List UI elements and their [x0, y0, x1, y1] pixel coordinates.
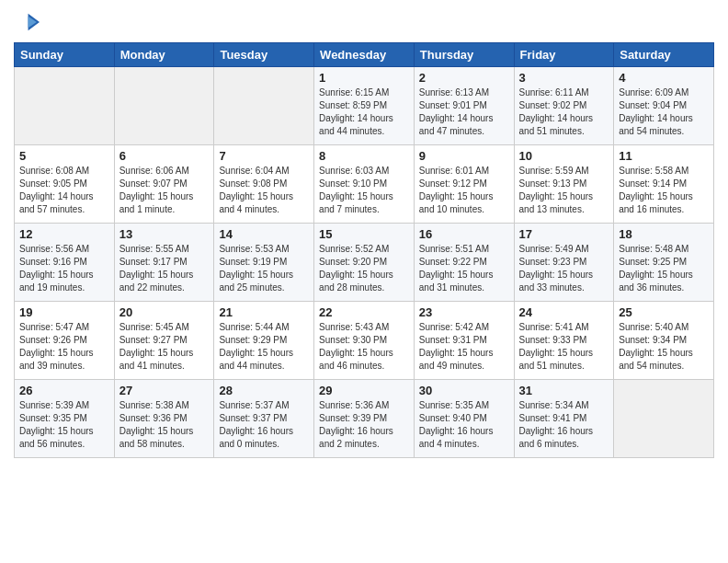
calendar-cell: 25Sunrise: 5:40 AM Sunset: 9:34 PM Dayli… — [614, 302, 714, 380]
calendar-week-1: 1Sunrise: 6:15 AM Sunset: 8:59 PM Daylig… — [15, 67, 714, 145]
calendar-cell: 20Sunrise: 5:45 AM Sunset: 9:27 PM Dayli… — [114, 302, 214, 380]
calendar-cell: 26Sunrise: 5:39 AM Sunset: 9:35 PM Dayli… — [15, 380, 115, 458]
calendar-cell: 19Sunrise: 5:47 AM Sunset: 9:26 PM Dayli… — [15, 302, 115, 380]
day-number: 25 — [619, 305, 709, 319]
cell-info: Sunrise: 5:52 AM Sunset: 9:20 PM Dayligh… — [319, 243, 409, 294]
cell-info: Sunrise: 6:06 AM Sunset: 9:07 PM Dayligh… — [119, 165, 210, 216]
weekday-header-monday: Monday — [114, 43, 214, 67]
day-number: 19 — [19, 305, 109, 319]
cell-info: Sunrise: 6:15 AM Sunset: 8:59 PM Dayligh… — [319, 86, 409, 138]
calendar-cell: 13Sunrise: 5:55 AM Sunset: 9:17 PM Dayli… — [114, 224, 214, 302]
day-number: 16 — [419, 227, 509, 241]
calendar-cell: 1Sunrise: 6:15 AM Sunset: 8:59 PM Daylig… — [314, 67, 415, 145]
day-number: 6 — [119, 149, 210, 163]
calendar-cell: 22Sunrise: 5:43 AM Sunset: 9:30 PM Dayli… — [314, 302, 415, 380]
cell-info: Sunrise: 5:45 AM Sunset: 9:27 PM Dayligh… — [119, 321, 210, 373]
weekday-header-saturday: Saturday — [614, 43, 714, 67]
calendar-cell: 9Sunrise: 6:01 AM Sunset: 9:12 PM Daylig… — [414, 145, 514, 224]
cell-info: Sunrise: 6:08 AM Sunset: 9:05 PM Dayligh… — [19, 165, 109, 216]
day-number: 1 — [319, 71, 409, 85]
calendar-cell: 8Sunrise: 6:03 AM Sunset: 9:10 PM Daylig… — [314, 145, 415, 224]
calendar-cell: 5Sunrise: 6:08 AM Sunset: 9:05 PM Daylig… — [15, 145, 115, 224]
cell-info: Sunrise: 5:36 AM Sunset: 9:39 PM Dayligh… — [319, 399, 409, 451]
calendar-cell: 7Sunrise: 6:04 AM Sunset: 9:08 PM Daylig… — [214, 145, 314, 224]
day-number: 8 — [319, 149, 409, 163]
day-number: 7 — [219, 149, 309, 163]
day-number: 28 — [219, 384, 309, 397]
weekday-header-sunday: Sunday — [15, 43, 115, 67]
cell-info: Sunrise: 5:53 AM Sunset: 9:19 PM Dayligh… — [219, 243, 309, 294]
cell-info: Sunrise: 6:09 AM Sunset: 9:04 PM Dayligh… — [619, 86, 709, 138]
cell-info: Sunrise: 5:35 AM Sunset: 9:40 PM Dayligh… — [419, 399, 509, 451]
cell-info: Sunrise: 5:42 AM Sunset: 9:31 PM Dayligh… — [419, 321, 509, 373]
calendar-cell: 30Sunrise: 5:35 AM Sunset: 9:40 PM Dayli… — [414, 380, 514, 458]
calendar-cell: 3Sunrise: 6:11 AM Sunset: 9:02 PM Daylig… — [514, 67, 614, 145]
weekday-header-wednesday: Wednesday — [314, 43, 415, 67]
calendar-week-5: 26Sunrise: 5:39 AM Sunset: 9:35 PM Dayli… — [15, 380, 714, 458]
day-number: 13 — [119, 227, 210, 241]
calendar-cell: 17Sunrise: 5:49 AM Sunset: 9:23 PM Dayli… — [514, 224, 614, 302]
calendar-cell: 2Sunrise: 6:13 AM Sunset: 9:01 PM Daylig… — [414, 67, 514, 145]
cell-info: Sunrise: 5:44 AM Sunset: 9:29 PM Dayligh… — [219, 321, 309, 373]
calendar-cell: 12Sunrise: 5:56 AM Sunset: 9:16 PM Dayli… — [15, 224, 115, 302]
cell-info: Sunrise: 5:40 AM Sunset: 9:34 PM Dayligh… — [619, 321, 709, 373]
calendar-week-3: 12Sunrise: 5:56 AM Sunset: 9:16 PM Dayli… — [15, 224, 714, 302]
day-number: 22 — [319, 305, 409, 319]
cell-info: Sunrise: 5:51 AM Sunset: 9:22 PM Dayligh… — [419, 243, 509, 294]
cell-info: Sunrise: 6:11 AM Sunset: 9:02 PM Dayligh… — [519, 86, 609, 138]
calendar-cell: 28Sunrise: 5:37 AM Sunset: 9:37 PM Dayli… — [214, 380, 314, 458]
generalblue-logo-icon — [14, 9, 40, 35]
calendar-cell: 18Sunrise: 5:48 AM Sunset: 9:25 PM Dayli… — [614, 224, 714, 302]
cell-info: Sunrise: 5:43 AM Sunset: 9:30 PM Dayligh… — [319, 321, 409, 373]
day-number: 30 — [419, 384, 509, 397]
day-number: 11 — [619, 149, 709, 163]
calendar-cell — [614, 380, 714, 458]
calendar-cell: 29Sunrise: 5:36 AM Sunset: 9:39 PM Dayli… — [314, 380, 415, 458]
cell-info: Sunrise: 5:38 AM Sunset: 9:36 PM Dayligh… — [119, 399, 210, 451]
cell-info: Sunrise: 5:59 AM Sunset: 9:13 PM Dayligh… — [519, 165, 609, 216]
cell-info: Sunrise: 5:49 AM Sunset: 9:23 PM Dayligh… — [519, 243, 609, 294]
calendar-week-2: 5Sunrise: 6:08 AM Sunset: 9:05 PM Daylig… — [15, 145, 714, 224]
calendar-cell: 15Sunrise: 5:52 AM Sunset: 9:20 PM Dayli… — [314, 224, 415, 302]
header-row: SundayMondayTuesdayWednesdayThursdayFrid… — [15, 43, 714, 67]
day-number: 9 — [419, 149, 509, 163]
cell-info: Sunrise: 5:58 AM Sunset: 9:14 PM Dayligh… — [619, 165, 709, 216]
cell-info: Sunrise: 5:47 AM Sunset: 9:26 PM Dayligh… — [19, 321, 109, 373]
cell-info: Sunrise: 5:34 AM Sunset: 9:41 PM Dayligh… — [519, 399, 609, 451]
calendar-cell: 11Sunrise: 5:58 AM Sunset: 9:14 PM Dayli… — [614, 145, 714, 224]
day-number: 10 — [519, 149, 609, 163]
calendar-week-4: 19Sunrise: 5:47 AM Sunset: 9:26 PM Dayli… — [15, 302, 714, 380]
cell-info: Sunrise: 5:41 AM Sunset: 9:33 PM Dayligh… — [519, 321, 609, 373]
cell-info: Sunrise: 5:37 AM Sunset: 9:37 PM Dayligh… — [219, 399, 309, 451]
calendar-cell: 4Sunrise: 6:09 AM Sunset: 9:04 PM Daylig… — [614, 67, 714, 145]
weekday-header-tuesday: Tuesday — [214, 43, 314, 67]
cell-info: Sunrise: 5:55 AM Sunset: 9:17 PM Dayligh… — [119, 243, 210, 294]
cell-info: Sunrise: 6:13 AM Sunset: 9:01 PM Dayligh… — [419, 86, 509, 138]
calendar-cell: 27Sunrise: 5:38 AM Sunset: 9:36 PM Dayli… — [114, 380, 214, 458]
day-number: 24 — [519, 305, 609, 319]
day-number: 14 — [219, 227, 309, 241]
day-number: 31 — [519, 384, 609, 397]
cell-info: Sunrise: 6:03 AM Sunset: 9:10 PM Dayligh… — [319, 165, 409, 216]
day-number: 18 — [619, 227, 709, 241]
calendar-table: SundayMondayTuesdayWednesdayThursdayFrid… — [14, 42, 714, 458]
calendar-cell: 6Sunrise: 6:06 AM Sunset: 9:07 PM Daylig… — [114, 145, 214, 224]
day-number: 26 — [19, 384, 109, 397]
cell-info: Sunrise: 6:04 AM Sunset: 9:08 PM Dayligh… — [219, 165, 309, 216]
calendar-cell — [214, 67, 314, 145]
header — [14, 9, 714, 35]
cell-info: Sunrise: 5:39 AM Sunset: 9:35 PM Dayligh… — [19, 399, 109, 451]
day-number: 3 — [519, 71, 609, 85]
cell-info: Sunrise: 5:56 AM Sunset: 9:16 PM Dayligh… — [19, 243, 109, 294]
day-number: 2 — [419, 71, 509, 85]
weekday-header-friday: Friday — [514, 43, 614, 67]
day-number: 27 — [119, 384, 210, 397]
calendar-cell: 10Sunrise: 5:59 AM Sunset: 9:13 PM Dayli… — [514, 145, 614, 224]
calendar-cell: 14Sunrise: 5:53 AM Sunset: 9:19 PM Dayli… — [214, 224, 314, 302]
calendar-cell: 31Sunrise: 5:34 AM Sunset: 9:41 PM Dayli… — [514, 380, 614, 458]
logo — [14, 9, 43, 35]
day-number: 23 — [419, 305, 509, 319]
cell-info: Sunrise: 6:01 AM Sunset: 9:12 PM Dayligh… — [419, 165, 509, 216]
cell-info: Sunrise: 5:48 AM Sunset: 9:25 PM Dayligh… — [619, 243, 709, 294]
day-number: 20 — [119, 305, 210, 319]
